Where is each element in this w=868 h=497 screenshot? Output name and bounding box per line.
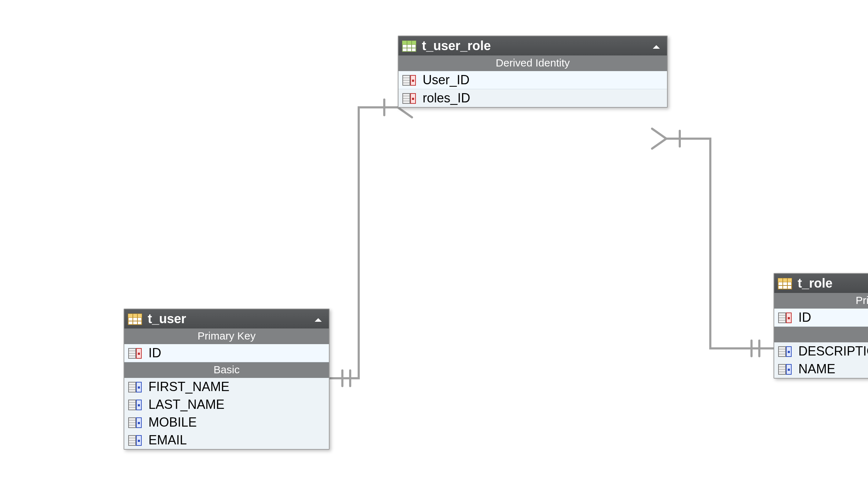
column-row[interactable]: EMAIL <box>124 431 329 449</box>
column-row[interactable]: LAST_NAME <box>124 396 329 413</box>
entity-header[interactable]: t_role <box>774 274 868 293</box>
column-row[interactable]: ID <box>124 344 329 362</box>
entity-title: t_role <box>792 276 868 291</box>
basic-column-icon <box>128 399 142 410</box>
entity-title: t_user_role <box>416 38 651 53</box>
section-heading: Primary Key <box>124 328 329 344</box>
collapse-icon[interactable] <box>651 38 661 53</box>
basic-column-icon <box>128 417 142 428</box>
table-icon <box>402 40 416 52</box>
foreign-key-column-icon <box>402 74 416 86</box>
column-label: MOBILE <box>142 415 197 430</box>
column-row[interactable]: User_ID <box>398 71 667 89</box>
svg-rect-52 <box>138 386 140 389</box>
entity-t_user_role[interactable]: t_user_role Derived Identity User_ID <box>398 36 668 108</box>
primary-key-column-icon <box>128 347 142 359</box>
column-label: DESCRIPTION <box>792 344 868 359</box>
entity-t_user[interactable]: t_user Primary Key ID Basic <box>124 309 330 450</box>
foreign-key-column-icon <box>402 92 416 104</box>
svg-rect-37 <box>128 314 142 317</box>
basic-column-icon <box>128 381 142 392</box>
primary-key-column-icon <box>778 312 792 323</box>
column-row[interactable]: ID <box>774 309 868 327</box>
column-row[interactable]: NAME <box>774 360 868 378</box>
entity-t_role[interactable]: t_role Primary Key ID Basic <box>774 273 868 379</box>
section-heading: Basic <box>124 362 329 378</box>
column-label: FIRST_NAME <box>142 379 229 394</box>
relationship-t_user_role-to-t_user <box>328 107 398 378</box>
column-row[interactable]: DESCRIPTION <box>774 342 868 360</box>
entity-header[interactable]: t_user <box>124 309 329 328</box>
column-row[interactable]: roles_ID <box>398 89 667 107</box>
svg-rect-76 <box>778 278 792 282</box>
svg-marker-40 <box>315 318 322 322</box>
column-label: ID <box>142 346 161 360</box>
svg-rect-70 <box>138 440 140 442</box>
column-label: roles_ID <box>416 91 470 106</box>
collapse-icon[interactable] <box>313 311 323 326</box>
column-label: EMAIL <box>142 433 187 448</box>
table-icon <box>128 313 142 325</box>
svg-rect-91 <box>788 351 790 353</box>
column-row[interactable]: MOBILE <box>124 413 329 431</box>
svg-rect-58 <box>138 404 140 406</box>
diagram-canvas: t_user_role Derived Identity User_ID <box>0 0 868 497</box>
svg-rect-64 <box>138 422 140 424</box>
basic-column-icon <box>778 363 792 375</box>
column-label: ID <box>792 310 811 325</box>
svg-line-6 <box>652 129 666 139</box>
entity-title: t_user <box>142 311 313 326</box>
svg-line-1 <box>398 107 412 117</box>
table-icon <box>778 278 792 289</box>
section-heading: Derived Identity <box>398 55 667 71</box>
section-heading: Primary Key <box>774 293 868 309</box>
column-label: User_ID <box>416 73 470 87</box>
svg-rect-85 <box>788 317 790 319</box>
section-heading: Basic <box>774 327 868 342</box>
svg-rect-25 <box>412 80 414 82</box>
column-label: LAST_NAME <box>142 397 224 412</box>
relationship-t_user_role-to-t_role <box>666 139 774 348</box>
svg-line-7 <box>652 139 666 149</box>
svg-rect-16 <box>402 41 416 44</box>
entity-header[interactable]: t_user_role <box>398 36 667 55</box>
basic-column-icon <box>778 346 792 357</box>
svg-rect-31 <box>412 98 414 100</box>
column-label: NAME <box>792 362 835 376</box>
svg-marker-19 <box>653 45 660 49</box>
svg-rect-97 <box>788 369 790 371</box>
column-row[interactable]: FIRST_NAME <box>124 378 329 396</box>
basic-column-icon <box>128 434 142 446</box>
svg-rect-46 <box>138 353 140 355</box>
